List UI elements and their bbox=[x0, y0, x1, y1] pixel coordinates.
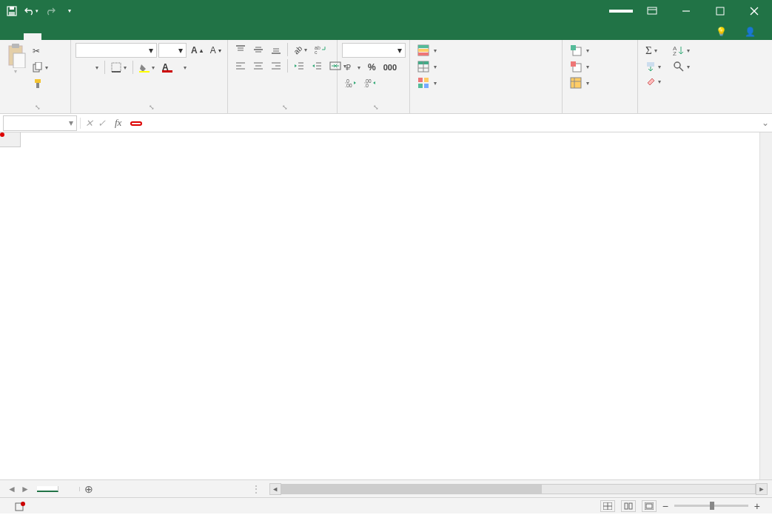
delete-cells-button[interactable]: ▾ bbox=[567, 59, 592, 74]
font-name-combo[interactable]: ▾ bbox=[75, 43, 157, 58]
borders-icon bbox=[111, 62, 121, 73]
enter-formula-button[interactable]: ✓ bbox=[98, 118, 106, 129]
ribbon-options-button[interactable] bbox=[637, 3, 667, 19]
tab-view[interactable] bbox=[130, 33, 148, 40]
sheet-tab-active[interactable] bbox=[37, 486, 58, 492]
page-layout-view-button[interactable] bbox=[621, 500, 636, 512]
copy-button[interactable]: ▾ bbox=[30, 61, 51, 74]
tab-review[interactable] bbox=[113, 33, 130, 40]
close-button[interactable] bbox=[739, 3, 769, 19]
clipboard-dialog-launcher[interactable]: ⤡ bbox=[35, 104, 41, 111]
cut-button[interactable]: ✂ bbox=[30, 44, 51, 58]
align-top-button[interactable] bbox=[232, 43, 249, 56]
wrap-text-button[interactable]: abc bbox=[312, 43, 329, 56]
share-button[interactable]: 👤 bbox=[739, 24, 765, 40]
minimize-button[interactable] bbox=[671, 3, 701, 19]
conditional-formatting-button[interactable]: ▾ bbox=[414, 43, 440, 58]
svg-rect-3 bbox=[648, 7, 657, 14]
fill-button[interactable]: ▾ bbox=[642, 60, 664, 73]
align-center-button[interactable] bbox=[250, 59, 266, 73]
tab-file[interactable] bbox=[6, 33, 24, 40]
number-dialog-launcher[interactable]: ⤡ bbox=[373, 104, 379, 111]
zoom-in-button[interactable]: + bbox=[754, 500, 760, 512]
tab-home[interactable] bbox=[24, 33, 41, 40]
font-dialog-launcher[interactable]: ⤡ bbox=[149, 104, 155, 111]
find-select-button[interactable]: ▾ bbox=[670, 59, 693, 74]
undo-button[interactable]: ▾ bbox=[22, 3, 40, 19]
tab-data[interactable] bbox=[95, 33, 113, 40]
font-size-combo[interactable]: ▾ bbox=[158, 43, 187, 58]
bold-button[interactable] bbox=[75, 66, 81, 69]
align-bottom-button[interactable] bbox=[268, 43, 284, 56]
insert-cells-button[interactable]: ▾ bbox=[567, 43, 592, 58]
underline-button[interactable]: ▾ bbox=[90, 63, 101, 73]
cancel-formula-button[interactable]: ✕ bbox=[85, 118, 93, 129]
hscroll-right[interactable]: ► bbox=[756, 483, 768, 495]
sort-filter-button[interactable]: AZ▾ bbox=[670, 43, 693, 58]
fx-button[interactable]: fx bbox=[110, 117, 126, 129]
percent-button[interactable]: % bbox=[365, 61, 379, 74]
tab-insert[interactable] bbox=[41, 33, 59, 40]
page-break-view-button[interactable] bbox=[642, 500, 657, 512]
normal-view-button[interactable] bbox=[600, 500, 615, 512]
format-cells-button[interactable]: ▾ bbox=[567, 75, 592, 90]
fill-color-button[interactable]: ▾ bbox=[136, 61, 158, 74]
clear-button[interactable]: ▾ bbox=[642, 75, 664, 88]
tab-page-layout[interactable] bbox=[59, 33, 77, 40]
borders-button[interactable]: ▾ bbox=[108, 61, 130, 74]
decrease-indent-button[interactable] bbox=[291, 59, 307, 73]
increase-decimal-button[interactable]: ,0,00 bbox=[342, 77, 360, 89]
align-right-button[interactable] bbox=[268, 59, 284, 73]
format-painter-button[interactable] bbox=[30, 77, 51, 90]
accounting-format-button[interactable]: ₽▾ bbox=[342, 61, 363, 74]
clipboard-icon bbox=[4, 43, 27, 68]
svg-rect-14 bbox=[35, 79, 41, 83]
name-box[interactable]: ▾ bbox=[3, 115, 77, 131]
alignment-dialog-launcher[interactable]: ⤡ bbox=[282, 104, 288, 111]
align-left-button[interactable] bbox=[232, 59, 249, 73]
sheet-nav-prev[interactable]: ◄ bbox=[7, 484, 16, 494]
orientation-button[interactable]: ab▾ bbox=[291, 44, 310, 55]
formula-input[interactable] bbox=[126, 118, 759, 128]
vertical-scrollbar[interactable] bbox=[759, 132, 772, 479]
zoom-slider[interactable] bbox=[674, 505, 748, 507]
italic-button[interactable] bbox=[83, 66, 89, 69]
horizontal-scrollbar[interactable]: ◄ ► bbox=[269, 483, 768, 495]
number-format-combo[interactable]: ▾ bbox=[342, 43, 406, 58]
macro-record-icon[interactable] bbox=[15, 501, 25, 511]
comma-button[interactable]: 000 bbox=[380, 61, 400, 73]
align-middle-button[interactable] bbox=[250, 43, 266, 56]
format-icon bbox=[570, 77, 582, 89]
tell-me[interactable]: 💡 bbox=[710, 24, 736, 40]
svg-rect-82 bbox=[646, 504, 652, 508]
hscroll-left[interactable]: ◄ bbox=[269, 483, 281, 495]
save-button[interactable] bbox=[3, 3, 21, 19]
qat-customize[interactable]: ▾ bbox=[61, 3, 78, 19]
tab-help[interactable] bbox=[166, 33, 184, 40]
increase-font-button[interactable]: A▴ bbox=[188, 44, 206, 57]
cell-styles-button[interactable]: ▾ bbox=[414, 75, 440, 90]
format-as-table-button[interactable]: ▾ bbox=[414, 59, 440, 74]
paste-button[interactable]: ▾ bbox=[4, 43, 27, 75]
font-color-button[interactable]: A▾ bbox=[159, 61, 189, 74]
redo-button[interactable] bbox=[41, 3, 59, 19]
select-all-corner[interactable] bbox=[0, 132, 21, 147]
sheet-tab-2[interactable] bbox=[58, 487, 80, 491]
expand-formula-bar[interactable]: ⌄ bbox=[759, 118, 772, 128]
autosum-button[interactable]: Σ▾ bbox=[642, 43, 664, 58]
copy-icon bbox=[33, 62, 43, 73]
sheet-split-handle[interactable]: ⋮ bbox=[247, 484, 265, 494]
increase-indent-button[interactable] bbox=[309, 59, 325, 73]
svg-rect-1 bbox=[10, 7, 14, 10]
login-button[interactable] bbox=[609, 10, 633, 13]
decrease-font-button[interactable]: A▾ bbox=[207, 44, 224, 57]
add-sheet-button[interactable]: ⊕ bbox=[80, 483, 98, 495]
zoom-out-button[interactable]: − bbox=[662, 500, 668, 512]
sheet-nav-next[interactable]: ► bbox=[21, 484, 30, 494]
tab-developer[interactable] bbox=[148, 33, 166, 40]
maximize-button[interactable] bbox=[705, 3, 735, 19]
ribbon: ▾ ✂ ▾ ⤡ ▾ ▾ A▴ A▾ ▾ ▾ bbox=[0, 40, 772, 114]
spreadsheet-grid bbox=[0, 132, 772, 479]
decrease-decimal-button[interactable]: ,00,0 bbox=[361, 77, 379, 89]
tab-formulas[interactable] bbox=[77, 33, 95, 40]
